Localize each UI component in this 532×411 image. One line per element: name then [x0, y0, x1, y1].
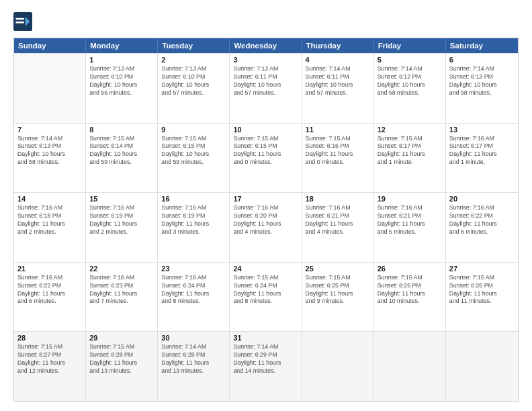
day-number: 22 [89, 265, 154, 273]
day-number: 16 [161, 195, 226, 203]
calendar-cell: 12Sunrise: 7:15 AM Sunset: 6:17 PM Dayli… [374, 124, 446, 193]
calendar-body: 1Sunrise: 7:13 AM Sunset: 6:10 PM Daylig… [14, 53, 518, 401]
cell-info: Sunrise: 7:16 AM Sunset: 6:19 PM Dayligh… [161, 204, 226, 236]
cell-info: Sunrise: 7:15 AM Sunset: 6:26 PM Dayligh… [378, 274, 442, 306]
day-number: 15 [89, 195, 154, 203]
logo-icon [13, 12, 32, 31]
day-number: 17 [233, 195, 298, 203]
calendar-cell: 10Sunrise: 7:15 AM Sunset: 6:15 PM Dayli… [230, 124, 302, 193]
calendar-cell: 20Sunrise: 7:16 AM Sunset: 6:22 PM Dayli… [446, 193, 518, 262]
day-number: 5 [378, 56, 442, 64]
cell-info: Sunrise: 7:15 AM Sunset: 6:17 PM Dayligh… [378, 135, 442, 167]
cell-info: Sunrise: 7:14 AM Sunset: 6:29 PM Dayligh… [233, 343, 298, 375]
calendar-cell: 21Sunrise: 7:16 AM Sunset: 6:22 PM Dayli… [14, 263, 86, 332]
cell-info: Sunrise: 7:15 AM Sunset: 6:15 PM Dayligh… [161, 135, 226, 167]
calendar-cell: 29Sunrise: 7:15 AM Sunset: 6:28 PM Dayli… [86, 332, 158, 401]
cell-info: Sunrise: 7:13 AM Sunset: 6:11 PM Dayligh… [233, 65, 298, 97]
day-number: 19 [378, 195, 442, 203]
cell-info: Sunrise: 7:16 AM Sunset: 6:21 PM Dayligh… [378, 204, 442, 236]
calendar-week-3: 14Sunrise: 7:16 AM Sunset: 6:18 PM Dayli… [14, 192, 518, 262]
day-number: 30 [161, 334, 226, 342]
header-day-saturday: Saturday [446, 38, 518, 53]
day-number: 9 [161, 126, 226, 134]
calendar-week-5: 28Sunrise: 7:15 AM Sunset: 6:27 PM Dayli… [14, 331, 518, 401]
calendar-week-2: 7Sunrise: 7:14 AM Sunset: 6:13 PM Daylig… [14, 123, 518, 193]
day-number: 7 [17, 126, 82, 134]
calendar-cell [374, 332, 446, 401]
calendar-cell: 16Sunrise: 7:16 AM Sunset: 6:19 PM Dayli… [158, 193, 230, 262]
logo [13, 12, 35, 31]
cell-info: Sunrise: 7:13 AM Sunset: 6:10 PM Dayligh… [161, 65, 226, 97]
day-number: 26 [378, 265, 442, 273]
day-number: 23 [161, 265, 226, 273]
cell-info: Sunrise: 7:16 AM Sunset: 6:23 PM Dayligh… [89, 274, 154, 306]
calendar-cell: 17Sunrise: 7:16 AM Sunset: 6:20 PM Dayli… [230, 193, 302, 262]
cell-info: Sunrise: 7:16 AM Sunset: 6:22 PM Dayligh… [449, 204, 515, 236]
calendar-cell: 8Sunrise: 7:15 AM Sunset: 6:14 PM Daylig… [86, 124, 158, 193]
cell-info: Sunrise: 7:13 AM Sunset: 6:10 PM Dayligh… [89, 65, 154, 97]
header-day-monday: Monday [86, 38, 158, 53]
calendar-cell [446, 332, 518, 401]
day-number: 25 [306, 265, 370, 273]
calendar-header: SundayMondayTuesdayWednesdayThursdayFrid… [14, 38, 518, 53]
svg-rect-3 [16, 21, 24, 24]
cell-info: Sunrise: 7:14 AM Sunset: 6:12 PM Dayligh… [378, 65, 442, 97]
header-day-thursday: Thursday [302, 38, 374, 53]
day-number: 18 [306, 195, 370, 203]
day-number: 31 [233, 334, 298, 342]
cell-info: Sunrise: 7:16 AM Sunset: 6:24 PM Dayligh… [161, 274, 226, 306]
day-number: 10 [233, 126, 298, 134]
day-number: 3 [233, 56, 298, 64]
calendar-cell: 19Sunrise: 7:16 AM Sunset: 6:21 PM Dayli… [374, 193, 446, 262]
cell-info: Sunrise: 7:15 AM Sunset: 6:16 PM Dayligh… [306, 135, 370, 167]
calendar-cell: 2Sunrise: 7:13 AM Sunset: 6:10 PM Daylig… [158, 54, 230, 123]
calendar-cell: 24Sunrise: 7:15 AM Sunset: 6:24 PM Dayli… [230, 263, 302, 332]
cell-info: Sunrise: 7:15 AM Sunset: 6:14 PM Dayligh… [89, 135, 154, 167]
day-number: 14 [17, 195, 82, 203]
day-number: 29 [89, 334, 154, 342]
header-day-friday: Friday [374, 38, 446, 53]
cell-info: Sunrise: 7:16 AM Sunset: 6:17 PM Dayligh… [449, 135, 515, 167]
day-number: 13 [449, 126, 515, 134]
calendar-cell: 14Sunrise: 7:16 AM Sunset: 6:18 PM Dayli… [14, 193, 86, 262]
day-number: 21 [17, 265, 82, 273]
cell-info: Sunrise: 7:14 AM Sunset: 6:11 PM Dayligh… [306, 65, 370, 97]
calendar-cell: 26Sunrise: 7:15 AM Sunset: 6:26 PM Dayli… [374, 263, 446, 332]
day-number: 1 [89, 56, 154, 64]
header-day-tuesday: Tuesday [158, 38, 230, 53]
cell-info: Sunrise: 7:15 AM Sunset: 6:26 PM Dayligh… [449, 274, 515, 306]
cell-info: Sunrise: 7:15 AM Sunset: 6:25 PM Dayligh… [306, 274, 370, 306]
calendar-cell: 1Sunrise: 7:13 AM Sunset: 6:10 PM Daylig… [86, 54, 158, 123]
page: SundayMondayTuesdayWednesdayThursdayFrid… [0, 0, 532, 411]
cell-info: Sunrise: 7:16 AM Sunset: 6:18 PM Dayligh… [17, 204, 82, 236]
calendar-cell: 11Sunrise: 7:15 AM Sunset: 6:16 PM Dayli… [302, 124, 374, 193]
header-day-sunday: Sunday [14, 38, 86, 53]
calendar-cell [302, 332, 374, 401]
calendar-cell: 6Sunrise: 7:14 AM Sunset: 6:13 PM Daylig… [446, 54, 518, 123]
cell-info: Sunrise: 7:15 AM Sunset: 6:28 PM Dayligh… [89, 343, 154, 375]
calendar-cell: 15Sunrise: 7:16 AM Sunset: 6:19 PM Dayli… [86, 193, 158, 262]
day-number: 20 [449, 195, 515, 203]
day-number: 8 [89, 126, 154, 134]
day-number: 27 [449, 265, 515, 273]
day-number: 28 [17, 334, 82, 342]
calendar-cell: 28Sunrise: 7:15 AM Sunset: 6:27 PM Dayli… [14, 332, 86, 401]
calendar: SundayMondayTuesdayWednesdayThursdayFrid… [13, 38, 519, 402]
day-number: 24 [233, 265, 298, 273]
calendar-cell: 18Sunrise: 7:16 AM Sunset: 6:21 PM Dayli… [302, 193, 374, 262]
calendar-cell: 5Sunrise: 7:14 AM Sunset: 6:12 PM Daylig… [374, 54, 446, 123]
cell-info: Sunrise: 7:15 AM Sunset: 6:27 PM Dayligh… [17, 343, 82, 375]
calendar-cell: 27Sunrise: 7:15 AM Sunset: 6:26 PM Dayli… [446, 263, 518, 332]
day-number: 12 [378, 126, 442, 134]
cell-info: Sunrise: 7:15 AM Sunset: 6:15 PM Dayligh… [233, 135, 298, 167]
header-day-wednesday: Wednesday [230, 38, 302, 53]
calendar-cell: 25Sunrise: 7:15 AM Sunset: 6:25 PM Dayli… [302, 263, 374, 332]
cell-info: Sunrise: 7:16 AM Sunset: 6:21 PM Dayligh… [306, 204, 370, 236]
cell-info: Sunrise: 7:14 AM Sunset: 6:13 PM Dayligh… [17, 135, 82, 167]
day-number: 11 [306, 126, 370, 134]
calendar-cell: 30Sunrise: 7:14 AM Sunset: 6:28 PM Dayli… [158, 332, 230, 401]
day-number: 6 [449, 56, 515, 64]
calendar-cell: 4Sunrise: 7:14 AM Sunset: 6:11 PM Daylig… [302, 54, 374, 123]
header [13, 12, 519, 31]
calendar-cell [14, 54, 86, 123]
